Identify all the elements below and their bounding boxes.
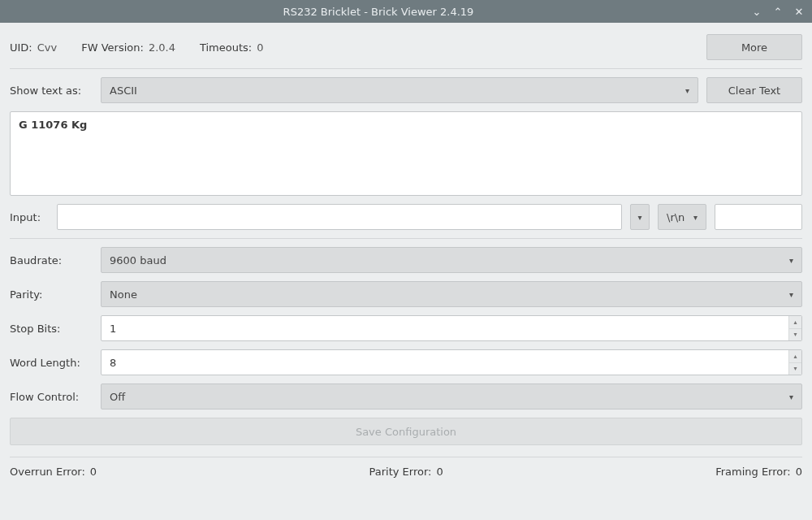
show-text-as-row: Show text as: ASCII ▾ Clear Text [10, 77, 802, 103]
baudrate-row: Baudrate: 9600 baud ▾ [10, 247, 802, 273]
overrun-error-field: Overrun Error: 0 [10, 466, 97, 478]
stepper-up-icon[interactable]: ▴ [789, 316, 801, 329]
baudrate-select[interactable]: 9600 baud ▾ [101, 247, 802, 273]
framing-error-label: Framing Error: [715, 466, 791, 478]
wordlength-value: 8 [102, 350, 788, 375]
info-bar: UID: Cvv FW Version: 2.0.4 Timeouts: 0 M… [10, 31, 802, 63]
maximize-icon[interactable]: ⌃ [771, 6, 784, 18]
stepper-down-icon[interactable]: ▾ [789, 329, 801, 341]
window-buttons: ⌄ ⌃ ✕ [750, 6, 806, 18]
flowcontrol-select[interactable]: Off ▾ [101, 384, 802, 410]
save-configuration-label: Save Configuration [356, 426, 456, 438]
baudrate-value: 9600 baud [110, 254, 166, 266]
fw-label: FW Version: [81, 41, 144, 54]
serial-input[interactable] [57, 204, 622, 230]
fw-value: 2.0.4 [149, 41, 175, 54]
baudrate-label: Baudrate: [10, 254, 93, 266]
line-ending-value: \r\n [667, 211, 685, 223]
wordlength-row: Word Length: 8 ▴ ▾ [10, 349, 802, 375]
fw-version-field: FW Version: 2.0.4 [81, 41, 175, 54]
save-configuration-button[interactable]: Save Configuration [10, 418, 802, 445]
flowcontrol-label: Flow Control: [10, 391, 93, 403]
flowcontrol-row: Flow Control: Off ▾ [10, 384, 802, 410]
divider [10, 68, 802, 69]
parity-error-field: Parity Error: 0 [369, 466, 443, 478]
parity-row: Parity: None ▾ [10, 281, 802, 307]
chevron-down-icon: ▾ [693, 213, 698, 222]
minimize-icon[interactable]: ⌄ [750, 6, 763, 18]
uid-label: UID: [10, 41, 32, 54]
error-status-bar: Overrun Error: 0 Parity Error: 0 Framing… [10, 457, 802, 478]
overrun-error-value: 0 [90, 466, 97, 478]
parity-label: Parity: [10, 288, 93, 301]
timeouts-label: Timeouts: [200, 41, 252, 54]
window-title: RS232 Bricklet - Brick Viewer 2.4.19 [6, 6, 750, 18]
clear-text-button[interactable]: Clear Text [706, 77, 802, 103]
input-history-dropdown[interactable]: ▾ [630, 204, 650, 230]
stopbits-stepper[interactable]: 1 ▴ ▾ [101, 315, 802, 341]
chevron-down-icon: ▾ [789, 256, 793, 265]
wordlength-stepper[interactable]: 8 ▴ ▾ [101, 349, 802, 375]
framing-error-value: 0 [796, 466, 802, 478]
show-text-as-select[interactable]: ASCII ▾ [101, 77, 698, 103]
more-button[interactable]: More [706, 34, 802, 60]
more-button-label: More [741, 41, 767, 54]
wordlength-label: Word Length: [10, 357, 93, 369]
stepper-up-icon[interactable]: ▴ [789, 350, 801, 363]
close-icon[interactable]: ✕ [793, 6, 806, 18]
line-ending-select[interactable]: \r\n ▾ [658, 204, 706, 230]
input-row: Input: ▾ \r\n ▾ [10, 204, 802, 230]
chevron-down-icon: ▾ [685, 86, 689, 95]
show-text-as-label: Show text as: [10, 84, 93, 97]
stopbits-value: 1 [102, 316, 788, 340]
parity-select[interactable]: None ▾ [101, 281, 802, 307]
stepper-down-icon[interactable]: ▾ [789, 363, 801, 375]
show-text-as-value: ASCII [110, 84, 137, 97]
hex-input[interactable] [715, 204, 802, 230]
stopbits-label: Stop Bits: [10, 323, 93, 335]
timeouts-field: Timeouts: 0 [200, 41, 264, 54]
parity-value: None [110, 288, 137, 301]
uid-field: UID: Cvv [10, 41, 57, 54]
divider [10, 238, 802, 239]
overrun-error-label: Overrun Error: [10, 466, 85, 478]
chevron-down-icon: ▾ [789, 392, 793, 401]
input-label: Input: [10, 211, 49, 223]
stopbits-row: Stop Bits: 1 ▴ ▾ [10, 315, 802, 341]
framing-error-field: Framing Error: 0 [715, 466, 802, 478]
window-titlebar: RS232 Bricklet - Brick Viewer 2.4.19 ⌄ ⌃… [0, 0, 812, 23]
flowcontrol-value: Off [110, 391, 125, 403]
parity-error-value: 0 [436, 466, 443, 478]
serial-output[interactable]: G 11076 Kg [10, 111, 802, 196]
clear-text-label: Clear Text [728, 84, 780, 97]
uid-value: Cvv [37, 41, 57, 54]
timeouts-value: 0 [257, 41, 263, 54]
chevron-down-icon: ▾ [789, 290, 793, 299]
parity-error-label: Parity Error: [369, 466, 432, 478]
serial-output-text: G 11076 Kg [19, 119, 87, 131]
